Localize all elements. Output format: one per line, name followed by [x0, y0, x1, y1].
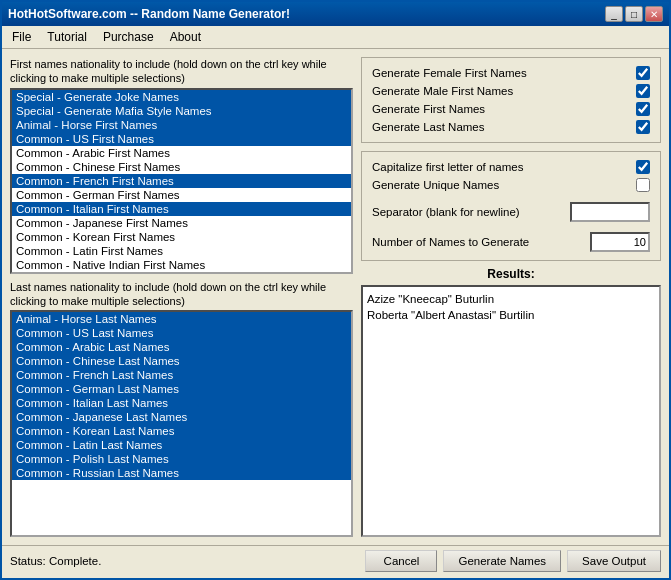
- list-item[interactable]: Common - Japanese First Names: [12, 216, 351, 230]
- checkbox-input[interactable]: [636, 102, 650, 116]
- checkbox-row: Generate First Names: [372, 102, 650, 116]
- checkbox-input[interactable]: [636, 120, 650, 134]
- list-item[interactable]: Common - Korean Last Names: [12, 424, 351, 438]
- list-item[interactable]: Common - US First Names: [12, 132, 351, 146]
- main-window: HotHotSoftware.com -- Random Name Genera…: [0, 0, 671, 580]
- generate-names-button[interactable]: Generate Names: [443, 550, 561, 572]
- list-item[interactable]: Animal - Horse Last Names: [12, 312, 351, 326]
- separator-input[interactable]: [570, 202, 650, 222]
- results-textarea[interactable]: [361, 285, 661, 537]
- minimize-button[interactable]: _: [605, 6, 623, 22]
- extra-options-section: Capitalize first letter of namesGenerate…: [361, 151, 661, 261]
- checkbox-row: Generate Female First Names: [372, 66, 650, 80]
- first-names-section: First names nationality to include (hold…: [10, 57, 353, 274]
- window-title: HotHotSoftware.com -- Random Name Genera…: [8, 7, 290, 21]
- action-buttons: Cancel Generate Names Save Output: [365, 550, 661, 572]
- checkbox-row: Generate Male First Names: [372, 84, 650, 98]
- separator-row: Separator (blank for newline): [372, 202, 650, 222]
- title-bar-controls: _ □ ✕: [605, 6, 663, 22]
- list-item[interactable]: Common - French Last Names: [12, 368, 351, 382]
- list-item[interactable]: Common - French First Names: [12, 174, 351, 188]
- results-label: Results:: [361, 267, 661, 281]
- right-panel: Generate Female First NamesGenerate Male…: [361, 57, 661, 537]
- option-label: Generate Unique Names: [372, 179, 499, 191]
- list-item[interactable]: Common - Latin First Names: [12, 244, 351, 258]
- number-row: Number of Names to Generate: [372, 232, 650, 252]
- list-item[interactable]: Common - Korean First Names: [12, 230, 351, 244]
- last-names-label: Last names nationality to include (hold …: [10, 280, 353, 309]
- menu-about[interactable]: About: [164, 28, 207, 46]
- menu-bar: File Tutorial Purchase About: [2, 26, 669, 49]
- close-button[interactable]: ✕: [645, 6, 663, 22]
- checkbox-input[interactable]: [636, 66, 650, 80]
- checkbox-label: Generate Female First Names: [372, 67, 527, 79]
- number-input[interactable]: [590, 232, 650, 252]
- separator-label: Separator (blank for newline): [372, 206, 520, 218]
- list-item[interactable]: Common - Italian First Names: [12, 202, 351, 216]
- option-row: Capitalize first letter of names: [372, 160, 650, 174]
- list-item[interactable]: Special - Generate Joke Names: [12, 90, 351, 104]
- list-item[interactable]: Common - Latin Last Names: [12, 438, 351, 452]
- generate-options-section: Generate Female First NamesGenerate Male…: [361, 57, 661, 143]
- first-names-label: First names nationality to include (hold…: [10, 57, 353, 86]
- list-item[interactable]: Common - Arabic Last Names: [12, 340, 351, 354]
- option-checkbox[interactable]: [636, 160, 650, 174]
- list-item[interactable]: Common - Russian Last Names: [12, 466, 351, 480]
- checkbox-row: Generate Last Names: [372, 120, 650, 134]
- option-label: Capitalize first letter of names: [372, 161, 523, 173]
- title-bar: HotHotSoftware.com -- Random Name Genera…: [2, 2, 669, 26]
- status-text: Status: Complete.: [10, 555, 101, 567]
- menu-tutorial[interactable]: Tutorial: [41, 28, 93, 46]
- menu-purchase[interactable]: Purchase: [97, 28, 160, 46]
- first-names-listbox[interactable]: Special - Generate Joke NamesSpecial - G…: [10, 88, 353, 274]
- last-names-listbox[interactable]: Animal - Horse Last NamesCommon - US Las…: [10, 310, 353, 537]
- cancel-button[interactable]: Cancel: [365, 550, 437, 572]
- list-item[interactable]: Common - Italian Last Names: [12, 396, 351, 410]
- main-content: First names nationality to include (hold…: [2, 49, 669, 545]
- last-names-section: Last names nationality to include (hold …: [10, 280, 353, 537]
- bottom-bar: Status: Complete. Cancel Generate Names …: [2, 545, 669, 578]
- list-item[interactable]: Common - Native Indian First Names: [12, 258, 351, 272]
- number-label: Number of Names to Generate: [372, 236, 529, 248]
- list-item[interactable]: Common - Polish Last Names: [12, 452, 351, 466]
- option-checkbox[interactable]: [636, 178, 650, 192]
- list-item[interactable]: Common - Arabic First Names: [12, 146, 351, 160]
- checkbox-input[interactable]: [636, 84, 650, 98]
- list-item[interactable]: Common - German Last Names: [12, 382, 351, 396]
- checkbox-label: Generate Male First Names: [372, 85, 513, 97]
- checkbox-label: Generate Last Names: [372, 121, 485, 133]
- left-panel: First names nationality to include (hold…: [10, 57, 353, 537]
- list-item[interactable]: Common - Chinese Last Names: [12, 354, 351, 368]
- maximize-button[interactable]: □: [625, 6, 643, 22]
- save-output-button[interactable]: Save Output: [567, 550, 661, 572]
- list-item[interactable]: Common - Chinese First Names: [12, 160, 351, 174]
- results-section: Results:: [361, 267, 661, 537]
- checkbox-label: Generate First Names: [372, 103, 485, 115]
- option-row: Generate Unique Names: [372, 178, 650, 192]
- list-item[interactable]: Common - German First Names: [12, 188, 351, 202]
- list-item[interactable]: Animal - Horse First Names: [12, 118, 351, 132]
- list-item[interactable]: Special - Generate Mafia Style Names: [12, 104, 351, 118]
- menu-file[interactable]: File: [6, 28, 37, 46]
- list-item[interactable]: Common - US Last Names: [12, 326, 351, 340]
- list-item[interactable]: Common - Japanese Last Names: [12, 410, 351, 424]
